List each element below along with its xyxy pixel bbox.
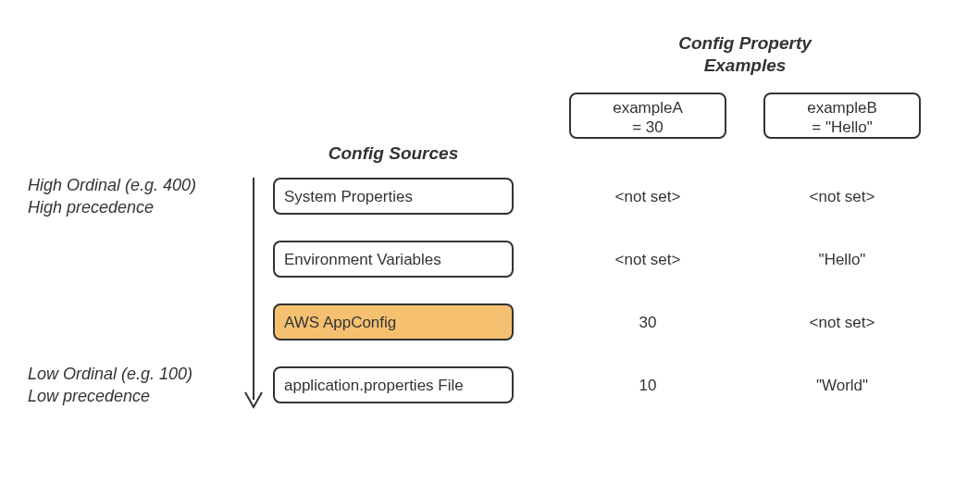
low-ordinal-line2: Low precedence [28,387,150,405]
high-ordinal-line2: High precedence [28,198,154,217]
source-label: AWS AppConfig [284,314,396,331]
value-exampleA-aws-appconfig: 30 [569,314,726,332]
low-ordinal-label: Low Ordinal (e.g. 100) Low precedence [28,363,231,408]
value-exampleA-environment-variables: <not set> [569,251,726,269]
value-exampleB-aws-appconfig: <not set> [763,314,921,332]
property-exampleB-name: exampleB [807,99,877,117]
source-label: System Properties [284,188,413,205]
value-exampleB-system-properties: <not set> [763,188,921,206]
value-exampleA-system-properties: <not set> [569,188,726,206]
property-exampleA-box: exampleA = 30 [569,93,726,139]
value-exampleB-environment-variables: "Hello" [763,251,921,269]
value-exampleA-application-properties: 10 [569,377,726,395]
source-label: application.properties File [284,377,464,394]
property-exampleB-value: = "Hello" [812,118,872,136]
source-system-properties: System Properties [273,178,514,215]
property-exampleA-value: = 30 [632,118,664,136]
source-aws-appconfig: AWS AppConfig [273,303,514,341]
low-ordinal-line1: Low Ordinal (e.g. 100) [28,365,192,383]
config-sources-heading: Config Sources [273,143,514,164]
property-exampleB-box: exampleB = "Hello" [763,93,921,139]
high-ordinal-label: High Ordinal (e.g. 400) High precedence [28,174,231,219]
source-label: Environment Variables [284,251,441,268]
config-property-examples-heading: Config Property Examples [569,32,921,77]
heading-line-2: Examples [704,56,787,75]
value-exampleB-application-properties: "World" [763,377,921,395]
source-application-properties-file: application.properties File [273,366,514,403]
diagram-canvas: Config Property Examples Config Sources … [0,0,980,483]
source-environment-variables: Environment Variables [273,241,514,278]
heading-line-1: Config Property [678,33,812,53]
property-exampleA-name: exampleA [613,99,683,117]
high-ordinal-line1: High Ordinal (e.g. 400) [28,176,196,194]
precedence-arrow-icon [240,178,267,413]
